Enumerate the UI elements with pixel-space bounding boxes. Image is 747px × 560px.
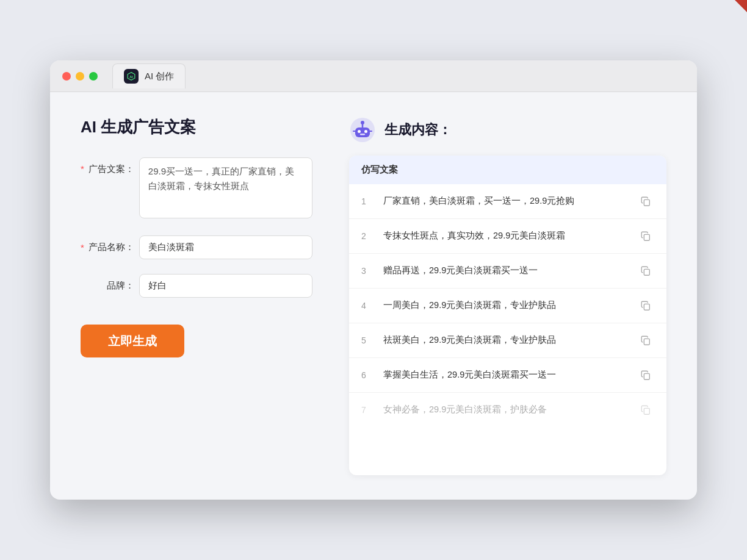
result-item: 6掌握美白生活，29.9元美白淡斑霜买一送一 <box>349 358 666 393</box>
page-title: AI 生成广告文案 <box>81 117 312 138</box>
result-text: 专抹女性斑点，真实功效，29.9元美白淡斑霜 <box>383 229 627 243</box>
copy-button[interactable] <box>637 401 654 418</box>
result-item: 7女神必备，29.9元美白淡斑霜，护肤必备 <box>349 393 666 427</box>
result-number: 6 <box>361 370 374 380</box>
right-panel-title: 生成内容： <box>384 121 452 139</box>
svg-text:AI: AI <box>129 75 133 79</box>
result-container: 仿写文案 1厂家直销，美白淡斑霜，买一送一，29.9元抢购2专抹女性斑点，真实功… <box>349 156 666 475</box>
copy-button[interactable] <box>637 262 654 279</box>
svg-rect-5 <box>364 130 367 133</box>
result-number: 2 <box>361 231 374 241</box>
right-header: 生成内容： <box>349 117 666 143</box>
result-item: 1厂家直销，美白淡斑霜，买一送一，29.9元抢购 <box>349 184 666 219</box>
ad-copy-textarea[interactable]: 29.9买一送一，真正的厂家直销，美白淡斑霜，专抹女性斑点 <box>139 157 312 218</box>
maximize-button[interactable] <box>89 72 98 81</box>
svg-point-8 <box>361 121 364 124</box>
ad-copy-wrap: 29.9买一送一，真正的厂家直销，美白淡斑霜，专抹女性斑点 <box>139 157 312 221</box>
result-number: 3 <box>361 266 374 276</box>
copy-button[interactable] <box>637 297 654 314</box>
result-number: 1 <box>361 196 374 206</box>
product-name-group: * 产品名称： <box>81 235 312 259</box>
result-text: 祛斑美白，29.9元美白淡斑霜，专业护肤品 <box>383 334 627 347</box>
copy-button[interactable] <box>637 367 654 384</box>
ai-tab[interactable]: AI AI 创作 <box>112 63 186 88</box>
copy-button[interactable] <box>637 332 654 349</box>
ai-tab-icon: AI <box>124 69 139 84</box>
svg-rect-6 <box>360 134 365 135</box>
ad-copy-label: 广告文案： <box>85 163 134 175</box>
svg-rect-15 <box>644 339 649 345</box>
column-header: 仿写文案 <box>361 164 398 174</box>
product-name-wrap <box>139 235 312 259</box>
left-panel: AI 生成广告文案 * 广告文案： 29.9买一送一，真正的厂家直销，美白淡斑霜… <box>81 117 312 475</box>
brand-input[interactable] <box>139 274 312 298</box>
result-text: 厂家直销，美白淡斑霜，买一送一，29.9元抢购 <box>383 195 627 208</box>
svg-rect-14 <box>644 304 649 310</box>
svg-rect-16 <box>644 373 649 379</box>
close-button[interactable] <box>62 72 71 81</box>
result-item: 5祛斑美白，29.9元美白淡斑霜，专业护肤品 <box>349 323 666 358</box>
traffic-lights <box>62 72 98 81</box>
brand-label: 品牌： <box>85 280 134 292</box>
svg-rect-3 <box>355 127 370 137</box>
result-text: 掌握美白生活，29.9元美白淡斑霜买一送一 <box>383 368 627 382</box>
ad-copy-required: * <box>81 163 84 174</box>
result-item: 3赠品再送，29.9元美白淡斑霜买一送一 <box>349 254 666 289</box>
svg-rect-13 <box>644 269 649 275</box>
browser-window: AI AI 创作 AI 生成广告文案 * 广告文案： 29.9买一送一，真正的厂… <box>50 60 697 500</box>
result-header: 仿写文案 <box>349 156 666 184</box>
product-required: * <box>81 242 84 253</box>
brand-wrap <box>139 274 312 298</box>
product-name-input[interactable] <box>139 235 312 259</box>
svg-rect-12 <box>644 234 649 240</box>
svg-rect-11 <box>644 199 649 206</box>
result-item: 2专抹女性斑点，真实功效，29.9元美白淡斑霜 <box>349 219 666 254</box>
tab-title: AI 创作 <box>145 71 174 82</box>
copy-button[interactable] <box>637 193 654 210</box>
svg-rect-17 <box>644 408 649 414</box>
generate-button[interactable]: 立即生成 <box>81 325 184 357</box>
svg-rect-4 <box>358 130 361 133</box>
ad-copy-group: * 广告文案： 29.9买一送一，真正的厂家直销，美白淡斑霜，专抹女性斑点 <box>81 157 312 221</box>
brand-group: 品牌： <box>81 274 312 298</box>
right-panel: 生成内容： 仿写文案 1厂家直销，美白淡斑霜，买一送一，29.9元抢购2专抹女性… <box>349 117 666 475</box>
result-item: 4一周美白，29.9元美白淡斑霜，专业护肤品 <box>349 289 666 323</box>
bot-icon <box>349 117 376 143</box>
copy-button[interactable] <box>637 228 654 245</box>
result-text: 女神必备，29.9元美白淡斑霜，护肤必备 <box>383 403 627 417</box>
result-list: 1厂家直销，美白淡斑霜，买一送一，29.9元抢购2专抹女性斑点，真实功效，29.… <box>349 184 666 475</box>
result-number: 7 <box>361 405 374 415</box>
minimize-button[interactable] <box>76 72 84 81</box>
title-bar: AI AI 创作 <box>50 60 697 92</box>
result-text: 一周美白，29.9元美白淡斑霜，专业护肤品 <box>383 299 627 312</box>
result-number: 5 <box>361 336 374 345</box>
content-area: AI 生成广告文案 * 广告文案： 29.9买一送一，真正的厂家直销，美白淡斑霜… <box>50 92 697 500</box>
result-number: 4 <box>361 301 374 311</box>
product-name-label: 产品名称： <box>85 242 134 253</box>
result-text: 赠品再送，29.9元美白淡斑霜买一送一 <box>383 264 627 278</box>
